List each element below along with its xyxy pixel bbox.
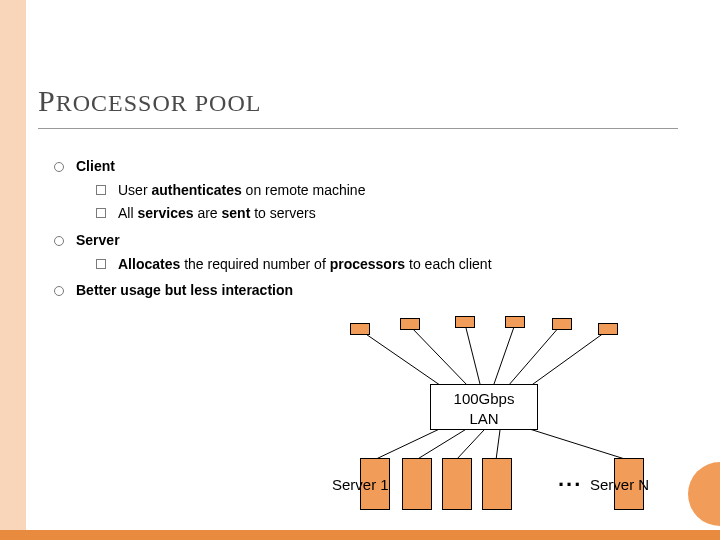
server-heading: Server <box>76 232 120 248</box>
client-box-icon <box>505 316 525 328</box>
text-bold: services <box>137 205 193 221</box>
ellipsis-icon: ... <box>558 466 582 492</box>
lan-label: LAN <box>431 409 537 429</box>
client-box-icon <box>400 318 420 330</box>
lan-box: 100Gbps LAN <box>430 384 538 430</box>
text: to each client <box>405 256 491 272</box>
text-bold: processors <box>330 256 405 272</box>
server-box-icon <box>482 458 512 510</box>
svg-line-3 <box>494 324 515 384</box>
text-bold: authenticates <box>151 182 241 198</box>
left-accent-bar <box>0 0 26 540</box>
bullet-better: Better usage but less interaction <box>54 280 684 302</box>
svg-line-1 <box>410 326 468 386</box>
server-box-icon <box>402 458 432 510</box>
title-initial: P <box>38 84 56 117</box>
bullet-client-auth: User authenticates on remote machine <box>96 180 684 202</box>
bottom-accent-bar <box>0 530 720 540</box>
text: User <box>118 182 151 198</box>
client-heading: Client <box>76 158 115 174</box>
client-box-icon <box>455 316 475 328</box>
bullet-server-allocates: Allocates the required number of process… <box>96 254 684 276</box>
bullet-client-services: All services are sent to servers <box>96 203 684 225</box>
title-word1-rest: ROCESSOR <box>56 90 188 116</box>
server-n-label: Server N <box>590 476 649 493</box>
network-diagram: 100Gbps LAN Server 1 ... Server N <box>250 320 680 520</box>
svg-line-8 <box>456 430 484 460</box>
bullet-client: Client User authenticates on remote mach… <box>54 156 684 225</box>
slide-title: PROCESSOR POOL <box>38 84 261 118</box>
slide: PROCESSOR POOL Client User authenticates… <box>0 0 720 540</box>
content-area: Client User authenticates on remote mach… <box>54 156 684 307</box>
bullet-server: Server Allocates the required number of … <box>54 230 684 275</box>
text: to servers <box>250 205 315 221</box>
svg-line-0 <box>360 330 450 392</box>
svg-line-2 <box>465 324 480 384</box>
text: All <box>118 205 137 221</box>
svg-line-5 <box>522 330 608 392</box>
client-box-icon <box>350 323 370 335</box>
client-box-icon <box>552 318 572 330</box>
svg-line-4 <box>508 326 560 386</box>
svg-line-9 <box>496 430 500 460</box>
client-box-icon <box>598 323 618 335</box>
corner-circle-icon <box>688 462 720 526</box>
lan-speed-label: 100Gbps <box>431 389 537 409</box>
text-bold: Allocates <box>118 256 180 272</box>
text: are <box>194 205 222 221</box>
text-bold: sent <box>222 205 251 221</box>
server-1-label: Server 1 <box>332 476 389 493</box>
title-word2: POOL <box>188 90 262 116</box>
text: the required number of <box>180 256 329 272</box>
better-text: Better usage but less interaction <box>76 282 293 298</box>
svg-line-10 <box>520 426 628 460</box>
text: on remote machine <box>242 182 366 198</box>
title-divider <box>38 128 678 129</box>
server-box-icon <box>442 458 472 510</box>
